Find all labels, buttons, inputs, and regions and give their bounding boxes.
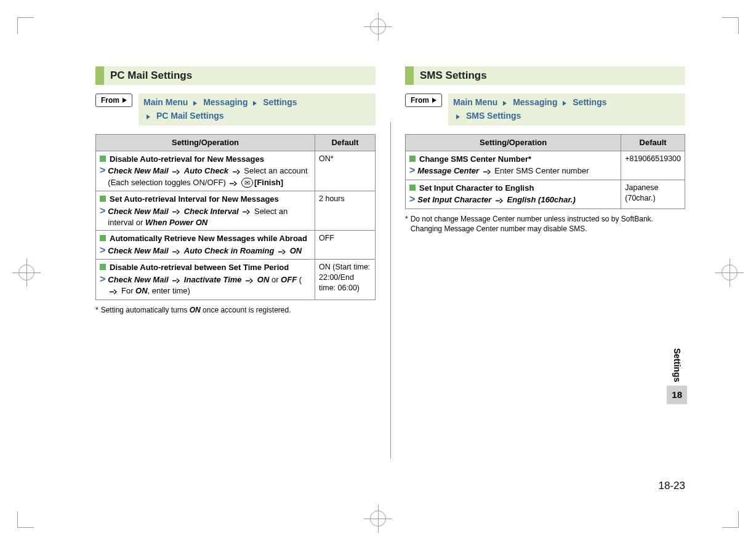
setting-operation: >Check New Mail Inactivate Time ON or OF… [100,274,311,297]
crumb-settings: Settings [263,97,297,107]
operation-text: Check New Mail Inactivate Time ON or OFF… [108,274,311,297]
pc-footnote: * Setting automatically turns ON once ac… [95,305,376,315]
setting-cell: Automatically Retrieve New Messages whil… [96,231,315,260]
default-cell: +819066519300 [621,151,685,180]
setting-cell: Change SMS Center Number*>Message Center… [406,151,621,180]
sms-footnote: * Do not change Message Center number un… [405,214,685,234]
setting-title: Set Input Character to English [409,183,617,194]
setting-cell: Set Auto-retrieval Interval for New Mess… [96,191,315,231]
setting-operation: >Check New Mail Auto Check Select an acc… [100,165,311,188]
setting-title: Disable Auto-retrieval between Set Time … [100,262,311,273]
chevron-right-icon [562,96,568,109]
pc-mail-settings-table: Setting/Operation Default Disable Auto-r… [95,134,376,300]
from-pill: From [405,93,442,107]
table-row: Disable Auto-retrieval for New Messages>… [96,151,376,191]
crumb-leaf: PC Mail Settings [156,111,224,121]
operation-text: Check New Mail Check Interval Select an … [108,206,311,228]
setting-title-text: Disable Auto-retrieval between Set Time … [110,262,289,273]
registration-mark [12,258,41,287]
crumb-leaf: SMS Settings [466,111,521,121]
section-title: PC Mail Settings [104,66,192,85]
from-label: From [101,95,119,105]
setting-title-text: Set Auto-retrieval Interval for New Mess… [110,194,279,205]
chevron-right-icon [122,97,128,103]
crop-mark [722,511,739,528]
crumb-settings: Settings [573,97,606,107]
crop-mark [17,17,34,34]
operation-text: Set Input Character English (160char.) [417,194,617,205]
table-row: Set Input Character to English>Set Input… [406,180,685,209]
chevron-right-icon: > [100,165,105,175]
side-tab: Settings 18 [667,344,687,404]
page-number: 18-23 [659,479,685,493]
crumb-messaging: Messaging [513,97,557,107]
crop-mark [722,17,739,34]
table-row: Automatically Retrieve New Messages whil… [96,231,376,260]
setting-title: Disable Auto-retrieval for New Messages [100,154,311,165]
side-tab-chapter: 18 [667,386,687,404]
chevron-right-icon: > [100,274,105,284]
table-row: Disable Auto-retrieval between Set Time … [96,260,376,300]
chevron-right-icon [456,110,461,124]
footnote-text: Setting automatically turns ON once acco… [101,305,291,315]
crumb-messaging: Messaging [203,97,247,107]
section-heading-sms: SMS Settings [405,66,685,85]
operation-text: Check New Mail Auto Check in Roaming ON [108,245,311,257]
square-bullet-icon [409,185,416,191]
operation-text: Check New Mail Auto Check Select an acco… [108,165,311,188]
setting-title: Automatically Retrieve New Messages whil… [100,233,311,244]
sms-settings-table: Setting/Operation Default Change SMS Cen… [405,134,685,209]
setting-operation: >Check New Mail Check Interval Select an… [100,206,311,228]
square-bullet-icon [100,235,106,241]
footnote-text: Do not change Message Center number unle… [411,214,685,234]
side-tab-label: Settings [669,344,685,386]
breadcrumb: Main Menu Messaging Settings SMS Setting… [448,93,685,125]
setting-title-text: Set Input Character to English [419,183,534,194]
default-cell: ON* [315,151,376,191]
section-bar-icon [95,66,104,85]
chevron-right-icon [432,97,438,103]
crumb-main-menu: Main Menu [453,97,497,107]
default-cell: ON (Start time: 22:00/End time: 06:00) [315,260,376,300]
asterisk-icon: * [95,305,99,315]
registration-mark [715,258,744,287]
chevron-right-icon: > [100,245,105,255]
col-header-setting: Setting/Operation [96,135,315,151]
section-heading-pc-mail: PC Mail Settings [95,66,376,85]
col-header-default: Default [621,135,685,151]
square-bullet-icon [100,156,106,162]
col-header-setting: Setting/Operation [406,135,621,151]
chevron-right-icon [252,96,258,109]
breadcrumb: Main Menu Messaging Settings PC Mail Set… [139,93,376,125]
setting-title-text: Automatically Retrieve New Messages whil… [110,233,307,244]
column-divider [390,122,391,459]
asterisk-icon: * [405,214,408,234]
pc-mail-column: PC Mail Settings From Main Menu Messagin… [95,66,376,315]
registration-mark [364,12,392,41]
default-cell: 2 hours [315,191,376,231]
default-cell: Japanese (70char.) [621,180,685,209]
section-title: SMS Settings [414,66,487,85]
square-bullet-icon [100,264,106,270]
chevron-right-icon [502,96,508,109]
table-row: Change SMS Center Number*>Message Center… [406,151,685,180]
registration-mark [364,504,392,533]
setting-title: Change SMS Center Number* [409,154,617,165]
setting-cell: Disable Auto-retrieval between Set Time … [96,260,315,300]
from-label: From [411,95,429,105]
breadcrumb-row: From Main Menu Messaging Settings PC Mai… [95,93,376,125]
square-bullet-icon [409,156,416,162]
section-bar-icon [405,66,414,85]
table-row: Set Auto-retrieval Interval for New Mess… [96,191,376,231]
chevron-right-icon [193,96,198,109]
setting-operation: >Set Input Character English (160char.) [409,194,617,205]
breadcrumb-row: From Main Menu Messaging Settings SMS Se… [405,93,685,125]
chevron-right-icon: > [409,194,415,204]
setting-operation: >Check New Mail Auto Check in Roaming ON [100,245,311,257]
setting-title-text: Change SMS Center Number* [419,154,531,165]
chevron-right-icon [146,110,151,124]
from-pill: From [95,93,132,107]
setting-cell: Set Input Character to English>Set Input… [406,180,621,209]
square-bullet-icon [100,196,106,202]
setting-cell: Disable Auto-retrieval for New Messages>… [96,151,315,191]
